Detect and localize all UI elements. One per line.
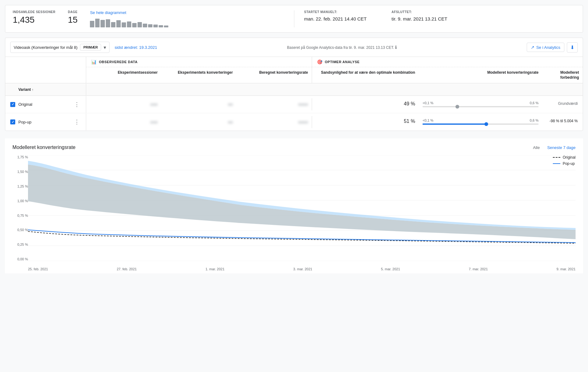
slider-cell-1: <0,1 % 0,6 % bbox=[419, 115, 542, 129]
variant-selector-label: Videoask (Konverteringer for mål 8) bbox=[14, 45, 77, 50]
slider-thumb-0 bbox=[455, 105, 459, 109]
analytics-link[interactable]: ↗ Se i Analytics bbox=[527, 43, 564, 52]
mini-bar bbox=[138, 22, 142, 27]
mini-chart bbox=[90, 16, 168, 27]
sessions-cell-0: ●●● bbox=[86, 98, 161, 110]
x-axis-label: 9. mar. 2021 bbox=[557, 267, 576, 271]
chart-legend: Original Pop-up bbox=[553, 155, 576, 166]
sort-up-icon: ↑ bbox=[32, 88, 33, 91]
chart-time-buttons: Alle Seneste 7 dage bbox=[533, 145, 576, 150]
table-rows: ✓ Original ⋮ ●●● ●● ●●●● 49 % <0,1 % 0,6… bbox=[5, 96, 583, 131]
legend-dotted-line bbox=[553, 157, 560, 158]
col-variant-header bbox=[5, 57, 86, 83]
slider-min-1: <0,1 % bbox=[422, 119, 433, 122]
table-row: ✓ Original ⋮ ●●● ●● ●●●● 49 % <0,1 % 0,6… bbox=[5, 96, 583, 113]
chart-svg bbox=[28, 155, 576, 261]
toolbar-actions: ↗ Se i Analytics ⬇ bbox=[527, 42, 578, 53]
improvement-value: -98 % til 5.004 % bbox=[549, 119, 578, 123]
chart-section: Modelleret konverteringsrate Alle Senest… bbox=[5, 138, 583, 273]
variant-selector[interactable]: Videoask (Konverteringer for mål 8) PRIM… bbox=[10, 42, 110, 53]
y-axis-label: 1,75 % bbox=[12, 155, 28, 159]
mini-bar bbox=[132, 23, 137, 27]
bar-chart-icon: 📊 bbox=[91, 59, 96, 64]
mini-bar bbox=[143, 24, 147, 27]
finished-label: AFSLUTTET: bbox=[391, 10, 447, 14]
download-button[interactable]: ⬇ bbox=[567, 42, 578, 53]
rate-cell-1: ●●●● bbox=[236, 116, 312, 128]
mini-bar bbox=[111, 22, 115, 28]
ga-info: Baseret på Google Analytics-data fra tir… bbox=[162, 45, 522, 50]
y-axis-label: 0,50 % bbox=[12, 228, 28, 232]
optimer-title: OPTIMER ANALYSE bbox=[325, 60, 360, 64]
sessions-label: INDSAMLEDE SESSIONER bbox=[13, 10, 55, 14]
observed-data-0: ●●● ●● ●●●● bbox=[86, 98, 312, 110]
variant-name-1: Pop-up bbox=[18, 120, 70, 124]
optimer-col-headers: Sandsynlighed for at være den optimale k… bbox=[312, 67, 583, 83]
variant-cell-0: ✓ Original ⋮ bbox=[5, 96, 86, 113]
days-block: DAGE 15 bbox=[68, 10, 77, 25]
optimer-header: 🎯 OPTIMER ANALYSE bbox=[312, 57, 583, 67]
finished-block: AFSLUTTET: tir. 9. mar. 2021 13.21 CET bbox=[391, 10, 447, 27]
mini-bar bbox=[106, 19, 110, 27]
x-axis-label: 25. feb. 2021 bbox=[28, 267, 48, 271]
variant-name-0: Original bbox=[18, 102, 70, 107]
mini-bar bbox=[116, 20, 121, 27]
slider-cell-0: <0,1 % 0,6 % bbox=[419, 97, 542, 112]
x-axis-label: 5. mar. 2021 bbox=[381, 267, 400, 271]
primary-badge[interactable]: PRIMÆR bbox=[80, 44, 101, 51]
info-icon[interactable]: ℹ bbox=[395, 45, 397, 50]
col-sessions-header: Eksperimentsessioner bbox=[86, 67, 161, 78]
variant-cell-1: ✓ Pop-up ⋮ bbox=[5, 114, 86, 130]
checkbox-1[interactable]: ✓ bbox=[10, 119, 15, 124]
probability-cell-1: 51 % bbox=[312, 115, 419, 129]
x-axis-label: 7. mar. 2021 bbox=[469, 267, 488, 271]
y-axis-label: 1,50 % bbox=[12, 170, 28, 174]
stats-left: INDSAMLEDE SESSIONER 1,435 DAGE 15 Se he… bbox=[13, 10, 294, 27]
y-axis-label: 0,00 % bbox=[12, 257, 28, 261]
sessions-block: INDSAMLEDE SESSIONER 1,435 bbox=[13, 10, 55, 25]
grundvaerdi-label: Grundværdi bbox=[558, 101, 578, 106]
y-axis-label: 1,25 % bbox=[12, 184, 28, 188]
slider-max-1: 0,6 % bbox=[530, 119, 539, 122]
download-icon: ⬇ bbox=[570, 45, 574, 50]
started-block: STARTET MANUELT: man. 22. feb. 2021 14.4… bbox=[304, 10, 367, 27]
probability-cell-0: 49 % bbox=[312, 97, 419, 112]
x-axis-label: 1. mar. 2021 bbox=[205, 267, 224, 271]
conversions-cell-0: ●● bbox=[161, 98, 237, 110]
days-label: DAGE bbox=[68, 10, 77, 14]
slider-track-0 bbox=[422, 106, 539, 107]
mini-bar bbox=[159, 25, 163, 27]
slider-fill-blue bbox=[422, 123, 486, 125]
chart-title: Modelleret konverteringsrate bbox=[12, 145, 76, 150]
section-observed: 📊 OBSERVEREDE DATA Eksperimentsessioner … bbox=[86, 57, 312, 83]
x-axis-label: 27. feb. 2021 bbox=[117, 267, 137, 271]
x-axis-label: 3. mar. 2021 bbox=[293, 267, 312, 271]
menu-dots-1[interactable]: ⋮ bbox=[73, 117, 81, 127]
chart-svg-area bbox=[28, 155, 576, 261]
variant-sort-label: Variant ↑ bbox=[18, 87, 33, 92]
checkbox-0[interactable]: ✓ bbox=[10, 102, 15, 107]
improvement-cell-0: Grundværdi bbox=[542, 97, 583, 112]
time-btn-all[interactable]: Alle bbox=[533, 145, 540, 150]
mini-bar bbox=[148, 24, 152, 28]
variant-subheader: Variant ↑ bbox=[5, 84, 86, 95]
chart-header: Modelleret konverteringsrate Alle Senest… bbox=[12, 145, 576, 150]
last-changed: sidst ændret: 19.3.2021 bbox=[114, 45, 157, 50]
see-chart-link[interactable]: Se hele diagrammet bbox=[90, 10, 168, 15]
y-axis-label: 1,00 % bbox=[12, 199, 28, 203]
chevron-down-icon[interactable]: ▾ bbox=[104, 44, 106, 50]
col-modeled-rate-header: Modelleret konverteringsrate bbox=[419, 67, 542, 83]
col-conversions-header: Eksperimentets konverteringer bbox=[161, 67, 237, 78]
menu-dots-0[interactable]: ⋮ bbox=[73, 100, 81, 109]
time-btn-7days[interactable]: Seneste 7 dage bbox=[547, 145, 576, 150]
slider-track-1 bbox=[422, 123, 539, 125]
started-label: STARTET MANUELT: bbox=[304, 10, 367, 14]
chart-wrapper: Original Pop-up 1,75 %1,50 %1,25 %1,00 %… bbox=[12, 155, 576, 273]
col-improvement-header: Modelleret forbedring bbox=[542, 67, 583, 83]
optimer-data-1: 51 % <0,1 % 0,6 % -98 % til 5.004 % bbox=[312, 115, 583, 129]
table-header-row: 📊 OBSERVEREDE DATA Eksperimentsessioner … bbox=[5, 57, 583, 83]
stats-right: STARTET MANUELT: man. 22. feb. 2021 14.4… bbox=[294, 10, 576, 27]
observed-col-headers: Eksperimentsessioner Eksperimentets konv… bbox=[86, 67, 312, 78]
legend-solid-line bbox=[553, 163, 560, 164]
finished-value: tir. 9. mar. 2021 13.21 CET bbox=[391, 15, 447, 21]
